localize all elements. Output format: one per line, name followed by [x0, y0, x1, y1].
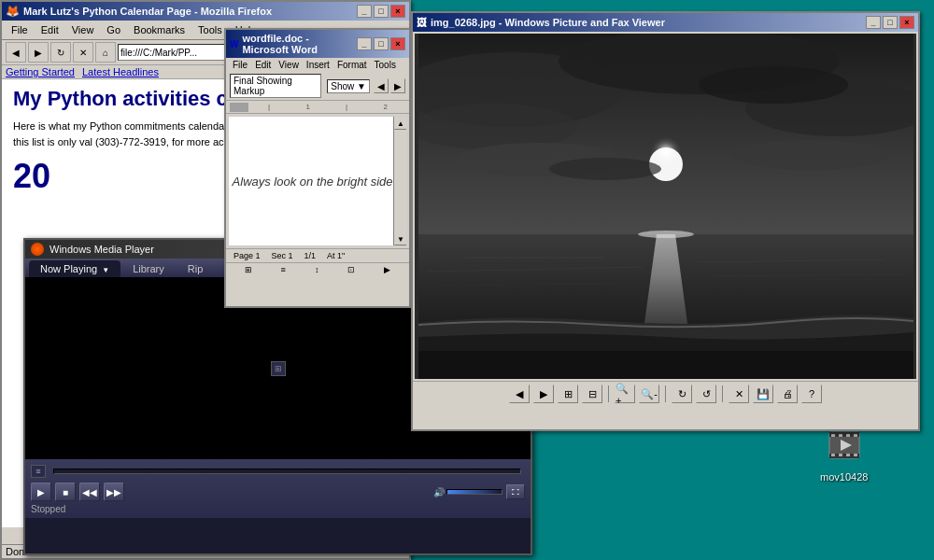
mp-fullscreen-btn[interactable]: ⛶: [506, 484, 525, 499]
svg-rect-23: [831, 434, 835, 437]
mp-next-button[interactable]: ▶▶: [104, 483, 124, 501]
bookmark-getting-started[interactable]: Getting Started: [6, 66, 75, 77]
firefox-menu-edit[interactable]: Edit: [35, 22, 64, 37]
stop-button[interactable]: ✕: [73, 42, 93, 63]
word-win-controls[interactable]: _ □ ×: [357, 37, 405, 50]
word-bottom-btn5[interactable]: ▶: [384, 265, 390, 274]
word-toolbar: Final Showing Markup Show ▼ ◀ ▶: [226, 72, 409, 101]
mp-tab-library-label: Library: [133, 263, 164, 274]
best-fit-btn[interactable]: ⊞: [558, 385, 578, 403]
firefox-icon: 🦊: [6, 5, 20, 18]
markup-dropdown[interactable]: Final Showing Markup: [230, 74, 321, 98]
picture-maximize-btn[interactable]: □: [883, 16, 898, 29]
mp-tab-now-playing-label: Now Playing: [40, 263, 97, 274]
word-menu-bar: File Edit View Insert Format Tools: [226, 58, 409, 72]
firefox-titlebar-left: 🦊 Mark Lutz's Python Calendar Page - Moz…: [6, 5, 272, 18]
mp-extra-menu-btn[interactable]: ≡: [31, 465, 46, 478]
word-maximize-btn[interactable]: □: [374, 37, 389, 50]
mp-stop-button[interactable]: ■: [55, 483, 76, 501]
svg-point-13: [638, 231, 694, 238]
mp-expand-btn[interactable]: ⊞: [271, 361, 286, 376]
scroll-up-btn[interactable]: ▲: [394, 117, 407, 130]
address-text: file:///C:/Mark/PP...: [120, 48, 197, 58]
word-toolbar-btn2[interactable]: ▶: [390, 78, 405, 93]
save-btn[interactable]: 💾: [753, 385, 773, 403]
zoom-in-btn[interactable]: 🔍+: [615, 385, 635, 403]
markup-label: Final Showing Markup: [234, 76, 292, 96]
prev-image-btn[interactable]: ◀: [509, 385, 530, 403]
mp-tab-rip-label: Rip: [188, 263, 204, 274]
mp-status-text: Stopped: [31, 504, 525, 514]
mp-seek-bar[interactable]: [53, 469, 521, 474]
firefox-win-controls[interactable]: _ □ ×: [357, 5, 405, 18]
svg-point-5: [699, 66, 848, 104]
word-document-text: Always look on the bright side o: [233, 175, 403, 189]
mp-tab-library[interactable]: Library: [121, 260, 176, 277]
mp-tab-now-playing[interactable]: Now Playing ▼: [29, 260, 120, 277]
zoom-out-btn[interactable]: 🔍-: [639, 385, 659, 403]
mp-status-row: Stopped: [31, 504, 525, 514]
word-bottom-btn3[interactable]: ↕: [315, 265, 319, 274]
svg-rect-27: [831, 454, 835, 456]
word-scrollbar[interactable]: ▲ ▼: [393, 117, 406, 245]
delete-btn[interactable]: ✕: [729, 385, 749, 403]
firefox-menu-bookmarks[interactable]: Bookmarks: [128, 22, 191, 37]
sunset-image: [418, 34, 913, 379]
word-menu-tools[interactable]: Tools: [372, 59, 399, 71]
word-menu-view[interactable]: View: [276, 59, 302, 71]
mp-volume-icon: 🔊: [433, 487, 445, 497]
year-number: 20: [13, 157, 50, 196]
word-menu-insert[interactable]: Insert: [304, 59, 333, 71]
firefox-maximize-btn[interactable]: □: [374, 5, 389, 18]
toolbar-divider3: [722, 385, 723, 402]
mp-tab-rip[interactable]: Rip: [177, 260, 215, 277]
help-btn[interactable]: ?: [801, 385, 822, 403]
firefox-close-btn[interactable]: ×: [390, 5, 405, 18]
picture-titlebar-left: 🖼 img_0268.jpg - Windows Picture and Fax…: [417, 17, 665, 28]
firefox-menu-view[interactable]: View: [66, 22, 100, 37]
svg-rect-28: [839, 454, 842, 456]
rotate-cw-btn[interactable]: ↻: [672, 385, 692, 403]
word-bottom-btn2[interactable]: ≡: [281, 265, 286, 274]
word-minimize-btn[interactable]: _: [357, 37, 372, 50]
firefox-menu-file[interactable]: File: [6, 22, 34, 37]
word-status-page: Page 1: [234, 251, 261, 260]
firefox-menu-go[interactable]: Go: [101, 22, 126, 37]
mp-prev-button[interactable]: ◀◀: [79, 483, 100, 501]
forward-button[interactable]: ▶: [28, 42, 49, 63]
bookmark-latest-headlines[interactable]: Latest Headlines: [82, 66, 159, 77]
word-status-pages: 1/1: [304, 251, 317, 260]
back-button[interactable]: ◀: [6, 42, 26, 63]
firefox-minimize-btn[interactable]: _: [357, 5, 372, 18]
word-bottom-btn4[interactable]: ⊡: [347, 265, 355, 274]
word-toolbar-btn1[interactable]: ◀: [374, 78, 389, 93]
next-image-btn[interactable]: ▶: [533, 385, 554, 403]
word-titlebar-left: W wordfile.doc - Microsoft Word: [230, 33, 357, 55]
svg-rect-26: [854, 434, 857, 437]
mp-volume-row: 🔊: [433, 487, 502, 497]
word-close-btn[interactable]: ×: [390, 37, 405, 50]
firefox-menu-tools[interactable]: Tools: [192, 22, 228, 37]
svg-rect-30: [854, 454, 857, 456]
picture-icon: 🖼: [417, 17, 427, 28]
word-menu-format[interactable]: Format: [334, 59, 370, 71]
mp-volume-slider[interactable]: [446, 489, 502, 495]
rotate-ccw-btn[interactable]: ↺: [696, 385, 716, 403]
mp-play-button[interactable]: ▶: [31, 483, 51, 501]
home-button[interactable]: ⌂: [95, 42, 116, 63]
picture-close-btn[interactable]: ×: [899, 16, 914, 29]
word-icon: W: [230, 39, 238, 49]
picture-titlebar: 🖼 img_0268.jpg - Windows Picture and Fax…: [413, 13, 918, 32]
scroll-down-btn[interactable]: ▼: [394, 232, 407, 245]
word-menu-file[interactable]: File: [230, 59, 250, 71]
print-btn[interactable]: 🖨: [777, 385, 798, 403]
word-bottom-btn1[interactable]: ⊞: [245, 265, 252, 274]
picture-win-controls[interactable]: _ □ ×: [866, 16, 914, 29]
word-title: wordfile.doc - Microsoft Word: [242, 33, 357, 55]
reload-button[interactable]: ↻: [50, 42, 71, 63]
actual-size-btn[interactable]: ⊟: [582, 385, 602, 403]
word-menu-edit[interactable]: Edit: [252, 59, 274, 71]
picture-title: img_0268.jpg - Windows Picture and Fax V…: [431, 17, 665, 28]
show-dropdown[interactable]: Show ▼: [327, 79, 370, 93]
picture-minimize-btn[interactable]: _: [866, 16, 881, 29]
